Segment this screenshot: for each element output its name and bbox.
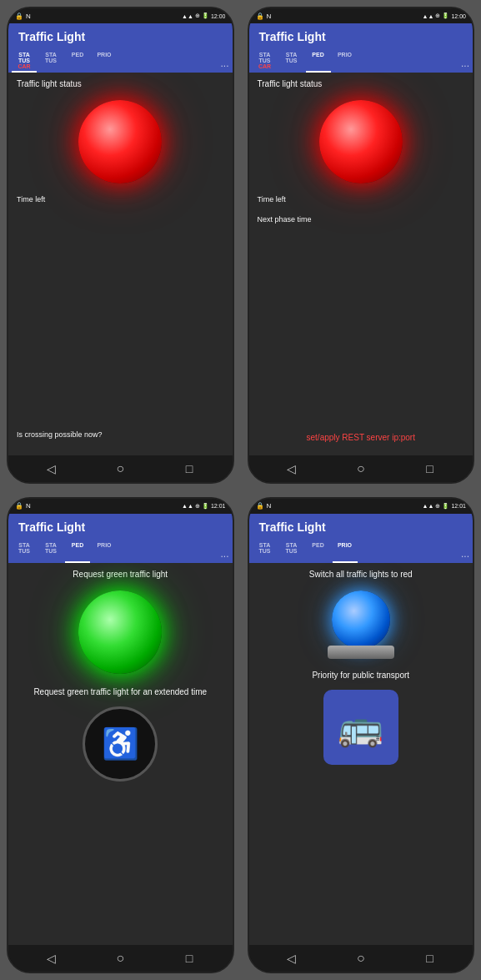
home-button-tr[interactable] (349, 457, 373, 480)
time-display-bl: 12:01 (211, 503, 226, 509)
tab-more[interactable]: ... (220, 58, 228, 73)
tab-more-tr[interactable]: ... (461, 58, 469, 73)
tab-status-car-bl[interactable]: STA TUS - (12, 540, 37, 563)
status-bar-bottom-right: 🔒 N ▲▲ ⊕ 🔋 12:01 (249, 499, 473, 514)
back-button-bl[interactable] (39, 947, 63, 970)
traffic-light-status-label: Traffic light status (17, 79, 82, 88)
app-bar-top-right: Traffic Light (249, 23, 473, 50)
blue-light-base (328, 646, 394, 659)
back-button[interactable] (39, 457, 63, 480)
wifi-icon-tr: ⊕ (435, 13, 440, 19)
tab-bar-top-right[interactable]: STA TUS CAR STA TUS - PED - - PRIO - - .… (249, 50, 473, 73)
battery-icon-tr: 🔋 (442, 13, 449, 19)
battery-icon-bl: 🔋 (202, 503, 209, 510)
right-status: ▲▲ ⊕ 🔋 12:00 (182, 13, 225, 19)
lock-icon: 🔒 (15, 13, 23, 20)
tab-status-car-tr[interactable]: STA TUS CAR (253, 50, 278, 73)
right-status-bl: ▲▲ ⊕ 🔋 12:01 (182, 503, 225, 510)
tab-bar-top-left[interactable]: STA TUS CAR STA TUS - PED - - PRIO - - .… (8, 50, 233, 73)
recent-button-tr[interactable] (418, 457, 442, 480)
app-title-bottom-left: Traffic Light (18, 520, 85, 534)
blue-siren-light (332, 591, 390, 649)
lock-icon-tr: 🔒 (256, 13, 264, 20)
phone-bottom-right: 🔒 N ▲▲ ⊕ 🔋 12:01 Traffic Light STA TUS -… (248, 497, 475, 974)
tab-prio-bl[interactable]: PRIO - - (92, 540, 117, 563)
tab-status-car-br[interactable]: STA TUS - (253, 540, 278, 563)
battery-icon-br: 🔋 (442, 503, 449, 510)
tab-ped-tr[interactable]: PED - - (306, 50, 331, 73)
battery-icon: 🔋 (202, 13, 209, 19)
rest-hint[interactable]: set/apply REST server ip:port (307, 433, 415, 442)
tab-prio-tr[interactable]: PRIO - - (333, 50, 358, 73)
bus-icon: 🚌 (338, 706, 383, 749)
right-status-tr: ▲▲ ⊕ 🔋 12:00 (423, 13, 466, 19)
left-icons-tr: 🔒 N (256, 13, 272, 20)
status-bar-bottom-left: 🔒 N ▲▲ ⊕ 🔋 12:01 (8, 499, 233, 514)
traffic-light-status-label-tr: Traffic light status (258, 79, 323, 88)
extended-label: Request green traffic light for an exten… (33, 687, 207, 696)
screen-top-left: Traffic light status Time left Is crossi… (8, 73, 233, 455)
screen-bottom-left: Request green traffic light Request gree… (8, 563, 233, 946)
left-icons: 🔒 N (15, 13, 31, 20)
tab-bar-bottom-right[interactable]: STA TUS - STA TUS - PED - - PRIO - - ... (249, 540, 473, 563)
lock-icon-bl: 🔒 (15, 502, 23, 510)
tab-bar-bottom-left[interactable]: STA TUS - STA TUS - PED - - PRIO - - ... (8, 540, 233, 563)
tab-status-tr[interactable]: STA TUS - (279, 50, 304, 73)
blue-light-button[interactable] (328, 591, 394, 659)
notification-icon-bl: N (26, 502, 31, 510)
switch-red-label: Switch all traffic lights to red (309, 570, 413, 579)
home-button-bl[interactable] (108, 947, 132, 970)
tab-status-car[interactable]: STA TUS CAR (12, 50, 37, 73)
priority-label: Priority for public transport (312, 671, 409, 680)
recent-button[interactable] (178, 457, 201, 480)
signal-icon-br: ▲▲ (423, 503, 434, 509)
home-button[interactable] (108, 457, 132, 480)
tab-status[interactable]: STA TUS - (38, 50, 63, 73)
tab-prio[interactable]: PRIO - - (92, 50, 117, 73)
phone-top-left: 🔒 N ▲▲ ⊕ 🔋 12:00 Traffic Light STA TUS C… (7, 7, 234, 484)
tab-more-bl[interactable]: ... (220, 548, 228, 563)
tab-ped-br[interactable]: PED - - (306, 540, 331, 563)
phone-bottom-left: 🔒 N ▲▲ ⊕ 🔋 12:01 Traffic Light STA TUS -… (7, 497, 234, 974)
screen-top-right: Traffic light status Time left Next phas… (249, 73, 473, 455)
tab-ped[interactable]: PED - - (65, 50, 90, 73)
notification-icon-br: N (267, 502, 272, 510)
signal-icon-bl: ▲▲ (182, 503, 193, 509)
app-bar-bottom-right: Traffic Light (249, 514, 473, 540)
wheelchair-button[interactable]: ♿ (83, 706, 158, 781)
tab-ped-bl[interactable]: PED - - (65, 540, 90, 563)
signal-icon: ▲▲ (182, 13, 193, 19)
tab-status-br[interactable]: STA TUS - (279, 540, 304, 563)
app-title-top-right: Traffic Light (259, 30, 326, 43)
app-title-bottom-right: Traffic Light (259, 520, 326, 534)
tab-status-bl[interactable]: STA TUS - (38, 540, 63, 563)
bottom-nav-top-left (8, 455, 233, 482)
wifi-icon-br: ⊕ (435, 503, 440, 510)
bus-priority-button[interactable]: 🚌 (323, 690, 398, 765)
time-display-tr: 12:00 (451, 13, 466, 19)
notification-icon-tr: N (267, 13, 272, 20)
app-title-top-left: Traffic Light (18, 30, 85, 43)
crossing-label: Is crossing possible now? (17, 430, 103, 439)
lock-icon-br: 🔒 (256, 502, 264, 510)
left-icons-br: 🔒 N (256, 502, 272, 510)
wifi-icon: ⊕ (195, 13, 200, 19)
bottom-nav-bottom-left (8, 945, 233, 972)
tab-prio-br[interactable]: PRIO - - (333, 540, 358, 563)
home-button-br[interactable] (349, 947, 373, 970)
time-left-label-tr: Time left (258, 195, 286, 204)
back-button-br[interactable] (280, 947, 303, 970)
left-icons-bl: 🔒 N (15, 502, 31, 510)
recent-button-bl[interactable] (178, 947, 201, 970)
time-display: 12:00 (211, 13, 226, 19)
back-button-tr[interactable] (280, 457, 303, 480)
request-green-label: Request green traffic light (73, 570, 168, 579)
signal-icon-tr: ▲▲ (423, 13, 434, 19)
wheelchair-icon: ♿ (102, 726, 139, 761)
green-light-indicator[interactable] (78, 591, 162, 674)
phone-top-right: 🔒 N ▲▲ ⊕ 🔋 12:00 Traffic Light STA TUS C… (248, 7, 475, 484)
recent-button-br[interactable] (418, 947, 442, 970)
tab-line1: STA (18, 52, 29, 58)
red-light-indicator-tr (319, 100, 403, 183)
tab-more-br[interactable]: ... (461, 548, 469, 563)
